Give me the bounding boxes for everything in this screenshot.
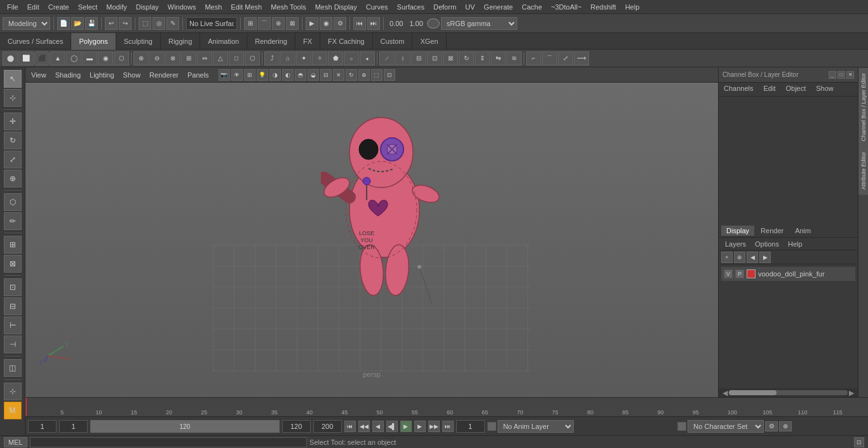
menu-deform[interactable]: Deform (429, 2, 461, 12)
component-disp-btn[interactable]: ◫ (4, 359, 22, 377)
snap-grid-btn[interactable]: ⊞ (244, 17, 257, 30)
vp-icon-tex[interactable]: ◒ (308, 69, 319, 81)
right-tab-channelbox[interactable]: Channel Box / Layer Editor (858, 67, 868, 147)
menu-uv[interactable]: UV (461, 2, 479, 12)
rotate-tool-btn[interactable]: ↻ (4, 132, 22, 149)
pb-go-start-btn[interactable]: ⏮ (344, 421, 356, 432)
lasso-select-btn[interactable]: ⊹ (4, 89, 22, 107)
soften-btn[interactable]: ≋ (506, 51, 522, 65)
vp-renderer-menu[interactable]: Renderer (146, 70, 182, 80)
viewport[interactable]: View Shading Lighting Show Renderer Pane… (25, 67, 718, 397)
cb-minimize-btn[interactable]: _ (829, 71, 836, 79)
menu-windows[interactable]: Windows (163, 2, 201, 12)
layers-menu-layers[interactable]: Layers (721, 240, 750, 248)
menu-generate[interactable]: Generate (479, 2, 517, 12)
live-surface-field[interactable] (186, 17, 237, 30)
scrollbar-track[interactable] (729, 390, 848, 395)
menu-edit[interactable]: Edit (23, 2, 44, 12)
scripting-lang-btn[interactable]: MEL (4, 437, 27, 447)
tab-custom[interactable]: Custom (373, 33, 413, 50)
vp-icon-hud[interactable]: ⊟ (320, 69, 332, 81)
triangulate-btn[interactable]: △ (213, 51, 228, 65)
layer-color-swatch[interactable] (747, 269, 756, 278)
menu-modify[interactable]: Modify (102, 2, 131, 12)
vp-view-menu[interactable]: View (28, 70, 50, 80)
char-set-btn1[interactable]: ⚙ (765, 421, 778, 431)
merge-btn[interactable]: ⊠ (443, 51, 458, 65)
ipr-btn[interactable]: ◉ (320, 17, 332, 30)
scale-tool-btn[interactable]: ⤢ (4, 151, 22, 168)
max-end-field[interactable] (313, 420, 342, 433)
menu-create[interactable]: Create (44, 2, 74, 12)
frame-counter-field[interactable] (456, 420, 485, 433)
soft-mod-btn[interactable]: ⬡ (4, 193, 22, 211)
crease-btn[interactable]: ⌒ (542, 51, 557, 65)
transform-comp-btn[interactable]: ⤢ (558, 51, 573, 65)
vp-icon-msaa[interactable]: ⊡ (384, 69, 395, 81)
spin-edge-btn[interactable]: ↻ (459, 51, 474, 65)
universal-manip-btn[interactable]: ⊕ (4, 170, 22, 187)
layers-menu-help[interactable]: Help (784, 240, 806, 248)
new-file-btn[interactable]: 📄 (57, 17, 70, 30)
vp-icon-eye[interactable]: 👁 (231, 69, 243, 81)
pb-play-back-btn[interactable]: ◀▌ (386, 421, 398, 432)
tab-animation[interactable]: Animation (200, 33, 247, 50)
undo-btn[interactable]: ↩ (105, 17, 118, 30)
range-start-field[interactable] (59, 420, 88, 433)
torus-btn[interactable]: ◯ (66, 51, 81, 65)
tab-fx[interactable]: FX (295, 33, 320, 50)
platonic-btn[interactable]: ⬡ (114, 51, 129, 65)
anim-layer-dropdown[interactable]: No Anim Layer (498, 420, 574, 433)
vp-icon-light[interactable]: 💡 (257, 69, 268, 81)
pb-go-end-btn[interactable]: ⏭ (442, 421, 454, 432)
tab-xgen[interactable]: XGen (412, 33, 446, 50)
menu-surfaces[interactable]: Surfaces (393, 2, 429, 12)
flip-btn[interactable]: ⇕ (475, 51, 490, 65)
layer-visibility-btn[interactable]: V (724, 269, 733, 278)
snap-view-btn[interactable]: ⊠ (286, 17, 299, 30)
layer-prev-btn[interactable]: ◀ (747, 252, 758, 263)
timeline-ruler[interactable]: 5101520253035404550556065707580859095100… (25, 398, 868, 416)
layer-next-btn[interactable]: ▶ (759, 252, 771, 263)
extract-btn[interactable]: ⬥ (360, 51, 375, 65)
axis-btn[interactable]: ⊹ (4, 383, 22, 400)
open-file-btn[interactable]: 📂 (71, 17, 84, 30)
quick-layout-btn[interactable]: ⊡ (4, 278, 22, 296)
current-frame-field[interactable] (28, 420, 57, 433)
anim-layer-icon[interactable] (487, 422, 496, 431)
menu-help[interactable]: Help (621, 2, 644, 12)
tab-rigging[interactable]: Rigging (161, 33, 200, 50)
separate-btn[interactable]: ⊖ (149, 51, 165, 65)
menu-redshift[interactable]: Redshift (586, 2, 620, 12)
pb-next-key-btn[interactable]: ▶▶ (428, 421, 440, 432)
scroll-left-btn[interactable]: ◀ (721, 388, 729, 397)
dra-tab-display[interactable]: Display (721, 226, 754, 236)
vp-icon-isolate[interactable]: ⊕ (358, 69, 370, 81)
insert-edge-btn[interactable]: ⟊ (395, 51, 410, 65)
lasso-btn[interactable]: ◎ (153, 17, 165, 30)
pb-prev-frame-btn[interactable]: ◀ (372, 421, 384, 432)
command-line-input[interactable] (30, 437, 307, 447)
poke-btn[interactable]: ✧ (312, 51, 327, 65)
append-btn[interactable]: ✦ (296, 51, 311, 65)
menu-cache[interactable]: Cache (517, 2, 546, 12)
vp-icon-resolution[interactable]: ⬚ (371, 69, 383, 81)
cb-tab-edit[interactable]: Edit (758, 83, 780, 96)
right-tab-attribute-editor[interactable]: Attribute Editor (858, 147, 868, 195)
sphere-btn[interactable]: ⬤ (3, 51, 18, 65)
cube-btn[interactable]: ⬜ (18, 51, 34, 65)
menu-select[interactable]: Select (74, 2, 102, 12)
save-file-btn[interactable]: 💾 (85, 17, 98, 30)
menu-3dtoall[interactable]: ~3DtoAll~ (546, 2, 586, 12)
layout-btn2[interactable]: ⊟ (4, 297, 22, 315)
vp-icon-ambient[interactable]: ◓ (295, 69, 306, 81)
cb-tab-show[interactable]: Show (811, 83, 839, 96)
cone-btn[interactable]: ▲ (50, 51, 65, 65)
character-set-icon[interactable] (677, 422, 686, 431)
render-btn[interactable]: ▶ (306, 17, 318, 30)
cb-close-btn[interactable]: ✕ (846, 71, 854, 79)
range-bar[interactable]: 120 (90, 420, 280, 433)
boolean-btn[interactable]: ⊗ (165, 51, 180, 65)
pb-play-fwd-btn[interactable]: ▶ (400, 421, 412, 432)
scrollbar-thumb[interactable] (729, 390, 776, 395)
